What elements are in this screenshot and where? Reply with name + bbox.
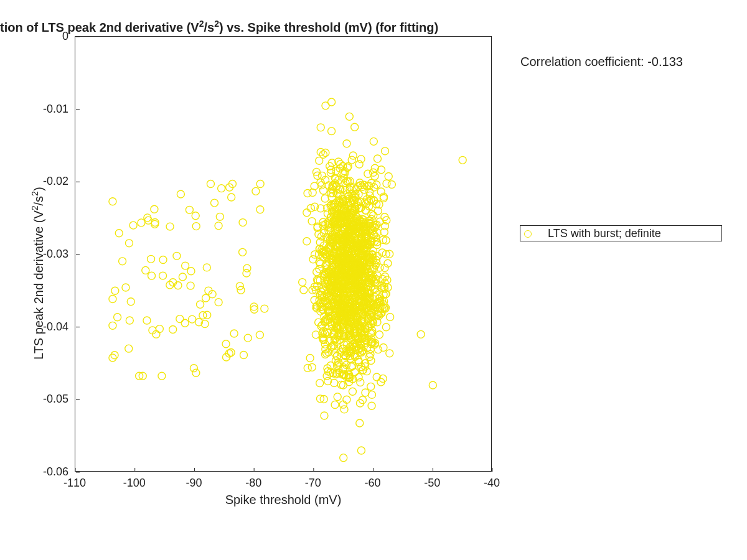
data-point (228, 194, 235, 201)
data-point (143, 317, 151, 324)
data-point (383, 180, 390, 187)
data-point (215, 222, 222, 230)
data-point (173, 252, 181, 259)
data-point (341, 406, 348, 413)
data-point (176, 315, 184, 323)
data-point (304, 364, 311, 371)
data-point (126, 317, 133, 324)
data-point (111, 287, 119, 294)
data-point (211, 199, 218, 207)
data-point (156, 325, 163, 333)
data-point (334, 393, 341, 401)
data-point (142, 266, 149, 274)
data-point (109, 354, 116, 362)
y-tick-label: -0.02 (43, 175, 68, 188)
x-tick-label: -90 (186, 477, 202, 490)
data-point (429, 381, 436, 389)
data-point (303, 209, 311, 217)
data-point (388, 181, 395, 189)
data-point (182, 262, 189, 269)
data-point (459, 156, 466, 164)
data-point (340, 454, 347, 462)
correlation-annotation: Correlation coefficient: -0.133 (520, 55, 683, 69)
y-tick-label: -0.06 (43, 465, 68, 478)
data-point (309, 256, 317, 263)
data-point (356, 419, 364, 427)
data-point (177, 190, 184, 198)
data-point (382, 147, 389, 155)
data-point (190, 365, 197, 372)
data-point (322, 149, 329, 156)
data-point (243, 264, 251, 272)
data-point (207, 180, 214, 187)
data-point (187, 282, 194, 289)
data-point (256, 180, 264, 187)
data-point (204, 311, 211, 319)
data-point (239, 219, 247, 226)
data-point (343, 396, 350, 403)
data-point (114, 314, 121, 321)
data-point (386, 350, 393, 357)
data-point (370, 138, 377, 145)
y-axis-label: LTS peak 2nd derivative (V2/s2) (30, 187, 46, 360)
data-point (192, 223, 200, 230)
data-point (357, 447, 365, 454)
data-point (349, 388, 356, 395)
data-point (343, 140, 350, 147)
legend-label: LTS with burst; definite (548, 227, 661, 240)
legend-marker-icon (524, 230, 532, 238)
x-tick-label: -70 (305, 477, 321, 490)
x-axis-label: Spike threshold (mV) (225, 493, 342, 507)
data-point (374, 155, 381, 162)
data-point (222, 340, 230, 348)
x-tick-label: -80 (245, 477, 261, 490)
data-point (319, 187, 327, 194)
data-point (339, 401, 347, 408)
data-point (109, 322, 116, 329)
data-point (166, 223, 174, 230)
data-point (203, 264, 210, 271)
data-point (331, 401, 339, 408)
x-tick-label: -110 (63, 477, 86, 490)
data-point (189, 315, 196, 323)
data-point (300, 286, 308, 294)
data-point (181, 319, 189, 327)
data-point (387, 313, 394, 320)
data-point (115, 230, 123, 237)
data-point (192, 212, 199, 220)
data-point (317, 124, 324, 131)
x-tick-label: -40 (484, 477, 500, 490)
data-point (169, 325, 177, 333)
data-point (148, 255, 155, 263)
data-point (239, 248, 247, 256)
data-point (349, 152, 357, 159)
legend: LTS with burst; definite (520, 225, 722, 241)
data-point (125, 240, 133, 247)
data-point (382, 324, 390, 331)
data-point (158, 372, 166, 380)
y-tick-label: -0.04 (43, 320, 68, 333)
data-point (306, 354, 314, 362)
data-point (186, 206, 193, 213)
data-point (355, 161, 363, 168)
data-point (230, 330, 238, 337)
data-point (385, 172, 392, 180)
data-point (322, 102, 329, 110)
y-tick-label: -0.03 (43, 248, 68, 261)
data-point (159, 256, 167, 263)
data-point (151, 205, 158, 213)
data-point (197, 301, 204, 308)
data-point (109, 198, 116, 205)
x-tick-label: -50 (424, 477, 440, 490)
data-point (345, 113, 353, 120)
data-point (303, 238, 311, 245)
x-tick-label: -60 (365, 477, 381, 490)
scatter-points (109, 98, 466, 462)
data-point (357, 378, 364, 386)
data-point (216, 213, 223, 220)
data-point (218, 185, 225, 192)
data-point (122, 284, 129, 291)
data-point (148, 272, 156, 279)
data-point (187, 268, 195, 275)
data-point (256, 331, 263, 338)
